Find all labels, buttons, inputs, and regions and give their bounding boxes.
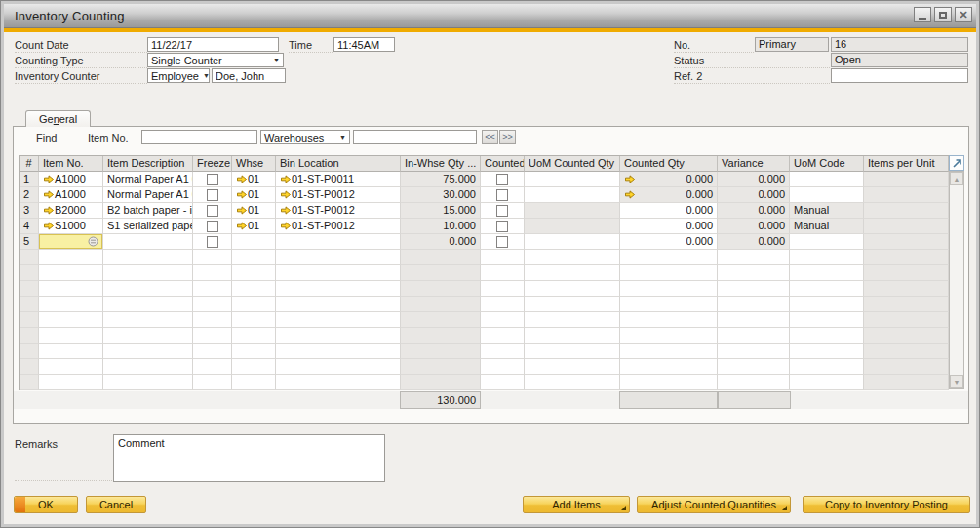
uom-code-cell[interactable]: [790, 187, 864, 203]
counted-checkbox[interactable]: [496, 205, 508, 217]
item-description-cell[interactable]: Normal Paper A1 00: [103, 172, 193, 187]
col-header-counted-qty[interactable]: Counted Qty: [620, 156, 718, 172]
col-header-number[interactable]: #: [20, 156, 39, 172]
grid-cell: [481, 297, 525, 312]
item-no-cell[interactable]: B2000: [39, 203, 103, 219]
copy-to-inventory-posting-button[interactable]: Copy to Inventory Posting: [803, 496, 970, 513]
counted-qty-cell[interactable]: 0.000: [620, 187, 718, 203]
counting-type-dropdown[interactable]: Single Counter ▼: [147, 53, 284, 67]
adjust-counted-quantities-button[interactable]: Adjust Counted Quantities: [637, 496, 791, 513]
find-item-input[interactable]: [141, 130, 257, 144]
freeze-checkbox[interactable]: [207, 221, 218, 232]
grid-cell: [718, 328, 790, 344]
counter-type-dropdown[interactable]: Employee ▼: [147, 68, 210, 83]
maximize-button[interactable]: [934, 7, 952, 22]
freeze-checkbox[interactable]: [207, 189, 218, 201]
counted-qty-cell[interactable]: 0.000: [620, 219, 718, 234]
col-header-uom-counted-qty[interactable]: UoM Counted Qty: [525, 156, 620, 172]
uom-counted-qty-cell[interactable]: [525, 234, 620, 250]
minimize-button[interactable]: [914, 7, 931, 22]
col-header-in-whse-qty[interactable]: In-Whse Qty ...: [401, 156, 481, 172]
uom-counted-qty-cell[interactable]: [525, 187, 620, 203]
cancel-button[interactable]: Cancel: [86, 496, 146, 513]
grid-cell: [193, 312, 232, 328]
row-number-cell[interactable]: 5: [20, 234, 39, 250]
counter-name-field[interactable]: [212, 68, 286, 83]
whse-cell[interactable]: 01: [232, 187, 276, 203]
counted-checkbox[interactable]: [496, 221, 508, 232]
close-button[interactable]: ✕: [955, 7, 972, 22]
inventory-counting-window: Inventory Counting ✕ Count Date Time Cou…: [0, 0, 980, 528]
expand-grid-icon[interactable]: [949, 155, 964, 171]
bin-location-cell[interactable]: 01-ST-P0012: [276, 219, 401, 234]
col-header-items-per-unit[interactable]: Items per Unit: [864, 156, 949, 172]
scroll-down-button[interactable]: ▼: [950, 375, 963, 388]
col-header-counted[interactable]: Counted: [481, 156, 525, 172]
time-field[interactable]: [333, 37, 395, 52]
grid-cell: [39, 312, 103, 328]
bin-location-cell[interactable]: 01-ST-P0012: [276, 203, 401, 219]
count-date-field[interactable]: [147, 37, 279, 52]
ok-button[interactable]: OK: [14, 496, 78, 513]
warehouses-dropdown[interactable]: Warehouses ▼: [260, 130, 350, 144]
item-no-cell[interactable]: A1000: [39, 187, 103, 203]
item-description-cell[interactable]: Normal Paper A1 00: [103, 187, 193, 203]
counted-checkbox[interactable]: [496, 189, 508, 201]
item-no-cell[interactable]: A1000: [39, 172, 103, 187]
item-no-cell[interactable]: S1000: [39, 219, 103, 234]
counted-checkbox[interactable]: [496, 174, 508, 185]
find-next-button[interactable]: >>: [499, 130, 516, 144]
row-number-cell[interactable]: 4: [20, 219, 39, 234]
ref2-field[interactable]: [831, 68, 968, 83]
uom-code-cell[interactable]: [790, 234, 864, 250]
col-header-bin-location[interactable]: Bin Location: [276, 156, 401, 172]
remarks-textarea[interactable]: Comment: [113, 434, 385, 482]
col-header-item-no[interactable]: Item No.: [39, 156, 103, 172]
bin-location-cell[interactable]: 01-ST-P0012: [276, 187, 401, 203]
counted-qty-cell[interactable]: 0.000: [620, 172, 718, 187]
whse-cell[interactable]: 01: [232, 219, 276, 234]
grid-empty-row: [20, 265, 949, 281]
col-header-freeze[interactable]: Freeze: [193, 156, 232, 172]
scroll-up-button[interactable]: ▲: [950, 172, 963, 185]
freeze-checkbox[interactable]: [207, 205, 218, 217]
counted-qty-cell[interactable]: 0.000: [620, 234, 718, 250]
freeze-checkbox[interactable]: [207, 236, 218, 248]
item-description-cell[interactable]: B2 batch paper - int: [103, 203, 193, 219]
item-description-cell[interactable]: S1 serialized paper: [103, 219, 193, 234]
grid-cell: [103, 297, 193, 312]
col-header-uom-code[interactable]: UoM Code: [790, 156, 864, 172]
bin-location-value: 01-ST-P0012: [292, 219, 355, 233]
bin-location-cell[interactable]: [276, 234, 401, 250]
col-header-item-description[interactable]: Item Description: [103, 156, 193, 172]
find-warehouse-input[interactable]: [353, 130, 477, 144]
counted-qty-cell[interactable]: 0.000: [620, 203, 718, 219]
item-no-cell-active[interactable]: [39, 234, 103, 250]
series-field[interactable]: Primary: [755, 37, 829, 52]
whse-cell[interactable]: 01: [232, 172, 276, 187]
freeze-checkbox[interactable]: [207, 174, 218, 185]
item-description-cell[interactable]: [103, 234, 193, 250]
counted-checkbox[interactable]: [496, 236, 508, 248]
window-titlebar[interactable]: Inventory Counting ✕: [4, 4, 976, 28]
grid-cell: [20, 265, 39, 281]
row-number-cell[interactable]: 1: [20, 172, 39, 187]
tab-general[interactable]: General: [25, 110, 91, 127]
grid-cell: [718, 265, 790, 281]
whse-value: 01: [248, 187, 259, 202]
col-header-whse[interactable]: Whse: [232, 156, 276, 172]
grid-cell: [401, 297, 481, 312]
whse-cell[interactable]: 01: [232, 203, 276, 219]
vertical-scrollbar[interactable]: ▲ ▼: [949, 171, 964, 389]
row-number-cell[interactable]: 3: [20, 203, 39, 219]
row-number-cell[interactable]: 2: [20, 187, 39, 203]
col-header-variance[interactable]: Variance: [718, 156, 790, 172]
uom-counted-qty-cell[interactable]: [525, 172, 620, 187]
bin-location-cell[interactable]: 01-ST-P0011: [276, 172, 401, 187]
whse-cell[interactable]: [232, 234, 276, 250]
find-previous-button[interactable]: <<: [482, 130, 498, 144]
grid-cell: [401, 344, 481, 359]
uom-code-cell[interactable]: [790, 172, 864, 187]
remarks-separator: [15, 480, 112, 481]
add-items-button[interactable]: Add Items: [523, 496, 630, 513]
